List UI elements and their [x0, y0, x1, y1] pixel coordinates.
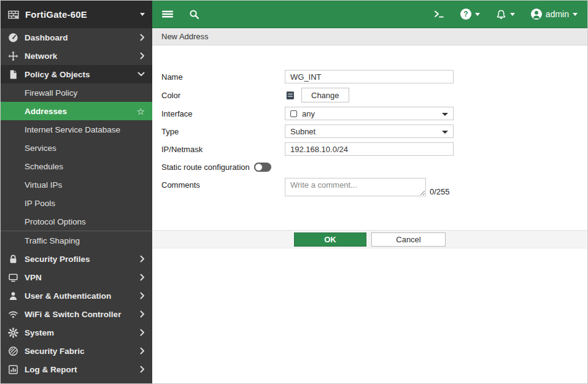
type-value: Subnet — [290, 127, 315, 136]
sidebar-item-dashboard[interactable]: Dashboard — [1, 28, 152, 47]
chevron-down-icon — [137, 72, 145, 77]
sidebar-item-label: Security Fabric — [25, 347, 140, 356]
sidebar-item-label: Addresses — [25, 107, 137, 116]
sidebar-item-addresses[interactable]: Addresses☆ — [1, 102, 152, 120]
name-row: Name — [161, 70, 587, 83]
sidebar-item-ip-pools[interactable]: IP Pools — [1, 194, 152, 212]
chevron-down-icon — [140, 13, 145, 16]
interface-row: Interface any — [161, 107, 587, 120]
new-address-form: Name Color Change Interface — [152, 45, 587, 196]
comments-textarea[interactable] — [285, 178, 426, 196]
sidebar-item-schedules[interactable]: Schedules — [1, 157, 152, 175]
system-icon — [8, 328, 18, 338]
sidebar-item-label: Network — [25, 52, 140, 61]
static-route-label: Static route configuration — [161, 163, 250, 172]
network-icon — [8, 51, 18, 61]
type-select[interactable]: Subnet — [285, 125, 454, 138]
menu-icon[interactable] — [162, 9, 173, 19]
sidebar-item-traffic-shaping[interactable]: Traffic Shaping — [1, 231, 152, 250]
ip-netmask-row: IP/Netmask — [161, 142, 587, 156]
chevron-right-icon — [140, 292, 145, 299]
sidebar-menu: DashboardNetworkPolicy & ObjectsFirewall… — [1, 28, 152, 383]
sidebar-item-security-fabric[interactable]: Security Fabric — [1, 342, 152, 360]
chevron-right-icon — [140, 310, 145, 318]
sidebar-item-user-authentication[interactable]: User & Authentication — [1, 286, 152, 305]
chevron-down-icon — [573, 13, 578, 16]
sidebar-item-network[interactable]: Network — [1, 47, 152, 65]
chevron-right-icon — [140, 347, 145, 355]
sidebar-item-label: Log & Report — [25, 365, 140, 374]
sidebar-item-label: Internet Service Database — [25, 125, 145, 134]
change-color-button[interactable]: Change — [301, 88, 349, 102]
sidebar-item-label: Security Profiles — [25, 255, 140, 264]
security-profiles-icon — [8, 254, 18, 264]
sidebar-item-label: VPN — [25, 273, 140, 282]
dashboard-icon — [8, 33, 18, 43]
sidebar-item-system[interactable]: System — [1, 323, 152, 342]
search-icon[interactable] — [189, 9, 199, 20]
sidebar-item-log-report[interactable]: Log & Report — [1, 360, 152, 378]
sidebar-item-security-profiles[interactable]: Security Profiles — [1, 250, 152, 268]
color-label: Color — [161, 91, 285, 100]
top-navbar: ? admin — [152, 1, 587, 28]
fortigate-window: FortiGate-60E ? — [0, 0, 588, 384]
chevron-right-icon — [140, 255, 145, 263]
cancel-button[interactable]: Cancel — [371, 232, 446, 247]
chevron-down-icon — [442, 131, 448, 134]
name-label: Name — [161, 72, 285, 82]
static-route-toggle[interactable] — [254, 163, 271, 172]
favorite-star-icon[interactable]: ☆ — [137, 107, 145, 116]
sidebar-item-label: WiFi & Switch Controller — [25, 310, 140, 319]
sidebar-item-vpn[interactable]: VPN — [1, 268, 152, 286]
notifications-menu[interactable] — [496, 9, 515, 20]
chevron-right-icon — [140, 329, 145, 336]
notifications-icon — [496, 9, 506, 20]
help-menu[interactable]: ? — [460, 9, 480, 20]
policy-objects-icon — [8, 69, 18, 80]
wifi-icon — [8, 309, 18, 320]
type-row: Type Subnet — [161, 125, 587, 138]
sidebar-item-policy-objects[interactable]: Policy & Objects — [1, 65, 152, 83]
device-name: FortiGate-60E — [25, 9, 140, 20]
sidebar-item-protocol-options[interactable]: Protocol Options — [1, 212, 152, 231]
chevron-right-icon — [140, 366, 145, 373]
name-input[interactable] — [285, 70, 454, 83]
sidebar-filler — [1, 378, 152, 383]
interface-value: any — [302, 109, 315, 118]
chevron-right-icon — [140, 274, 145, 281]
user-auth-icon — [8, 291, 18, 301]
device-selector[interactable]: FortiGate-60E — [1, 1, 152, 28]
sidebar-item-label: Protocol Options — [25, 217, 145, 226]
comments-row: Comments 0/255 — [161, 178, 587, 196]
chevron-down-icon — [442, 113, 448, 116]
help-icon: ? — [460, 9, 471, 20]
ip-netmask-label: IP/Netmask — [161, 145, 285, 154]
vpn-icon — [8, 272, 18, 283]
chevron-right-icon — [140, 52, 145, 60]
admin-avatar-icon — [531, 9, 542, 20]
toggle-knob-icon — [254, 163, 263, 172]
page-title: New Address — [152, 28, 587, 45]
interface-label: Interface — [161, 109, 285, 118]
comments-label: Comments — [161, 178, 285, 190]
sidebar-item-wifi-switch-controller[interactable]: WiFi & Switch Controller — [1, 305, 152, 323]
comments-char-counter: 0/255 — [430, 187, 450, 196]
admin-menu[interactable]: admin — [531, 9, 578, 20]
chevron-right-icon — [140, 34, 145, 41]
sidebar-item-label: Dashboard — [25, 33, 140, 42]
static-route-row: Static route configuration — [161, 160, 587, 174]
interface-select[interactable]: any — [285, 107, 454, 120]
any-interface-icon — [290, 110, 297, 117]
sidebar-item-label: Policy & Objects — [25, 70, 137, 79]
sidebar-item-services[interactable]: Services — [1, 139, 152, 157]
sidebar-item-firewall-policy[interactable]: Firewall Policy — [1, 83, 152, 102]
ok-button[interactable]: OK — [294, 232, 366, 247]
chevron-down-icon — [475, 13, 480, 16]
sidebar-item-virtual-ips[interactable]: Virtual IPs — [1, 175, 152, 194]
cli-console-icon[interactable] — [434, 9, 444, 19]
ip-netmask-input[interactable] — [285, 142, 454, 156]
main-content: New Address Name Color Change — [152, 28, 587, 383]
fortigate-logo-icon — [8, 10, 20, 20]
sidebar-item-label: Schedules — [25, 162, 145, 171]
sidebar-item-internet-service-database[interactable]: Internet Service Database — [1, 120, 152, 139]
